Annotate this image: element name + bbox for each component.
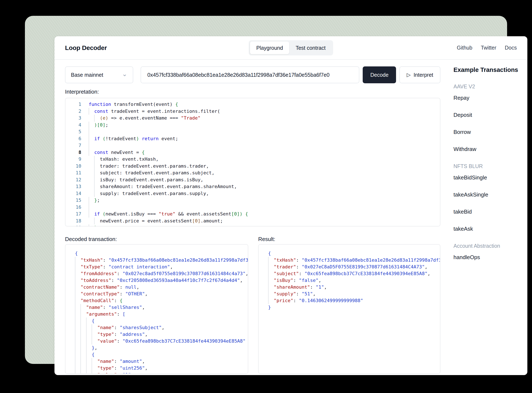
decoded-transaction-label: Decoded transaction: <box>65 236 248 242</box>
play-icon: ▷ <box>407 72 410 77</box>
indent-guide <box>86 318 86 324</box>
code-line: "contractName": null, <box>75 284 248 290</box>
tab-test-contract[interactable]: Test contract <box>289 42 332 54</box>
code-line: "arguments": [ <box>75 311 248 318</box>
code-line: { <box>75 318 248 324</box>
line-number: 12 <box>65 177 81 183</box>
code-line: "toAddress": "0xcf205808ed36593aa40a44f1… <box>75 277 248 284</box>
indent-guide <box>80 344 81 351</box>
code-line: }, <box>75 344 248 351</box>
main-column: Base mainnet ⌄ Decode ▷Interpret Interpr… <box>65 66 440 374</box>
code-line: { <box>268 250 440 257</box>
result-panel[interactable]: { "txHash": "0x457fcf338baf66a08ebc81ea1… <box>258 244 440 374</box>
code-line: 9 txHash: event.txHash, <box>65 156 440 163</box>
tab-playground[interactable]: Playground <box>250 42 289 54</box>
decoded-transaction-panel[interactable]: { "txHash": "0x457fcf338baf66a08ebc81ea1… <box>65 244 248 374</box>
sidebar-item-withdraw[interactable]: Withdraw <box>453 146 517 152</box>
code-line: "value": "0xc65fea898bcb37C7cE338184fe44… <box>75 338 248 344</box>
sidebar-item-borrow[interactable]: Borrow <box>453 129 517 135</box>
indent-guide <box>94 115 95 122</box>
line-number: 9 <box>65 156 81 163</box>
indent-guide <box>75 318 75 324</box>
indent-guide <box>89 224 89 226</box>
line-number: 15 <box>65 197 81 204</box>
indent-guide <box>80 311 81 318</box>
line-number: 19 <box>65 224 81 226</box>
indent-guide <box>89 149 89 156</box>
code-line: "type": "uint256", <box>75 365 248 372</box>
indent-guide <box>268 270 269 277</box>
indent-guide <box>94 218 95 225</box>
code-line: "name": "sellShares", <box>75 304 248 311</box>
content: Base mainnet ⌄ Decode ▷Interpret Interpr… <box>55 60 527 374</box>
decode-button[interactable]: Decode <box>363 66 396 83</box>
indent-guide <box>80 331 81 338</box>
indent-guide <box>80 358 81 365</box>
indent-guide <box>94 190 95 197</box>
indent-guide <box>80 338 81 344</box>
sidebar-item-repay[interactable]: Repay <box>453 95 517 101</box>
docs-link[interactable]: Docs <box>505 45 517 51</box>
indent-guide <box>75 284 75 290</box>
interpret-button[interactable]: ▷Interpret <box>399 66 440 83</box>
indent-guide <box>80 304 81 311</box>
code-line: "name": "sharesSubject", <box>75 324 248 331</box>
sidebar-item-takebidsingle[interactable]: takeBidSingle <box>453 174 517 181</box>
indent-guide <box>89 135 89 142</box>
code-line: 1function transformEvent(event) { <box>65 101 440 108</box>
indent-guide <box>75 358 75 365</box>
code-line: "txHash": "0x457fcf338baf66a08ebc81ea1e2… <box>75 257 248 264</box>
line-number: 2 <box>65 108 81 115</box>
indent-guide <box>86 365 86 372</box>
code-line: } <box>268 304 440 311</box>
sidebar-item-deposit[interactable]: Deposit <box>453 112 517 118</box>
example-transactions-sidebar: Example Transactions AAVE V2 Repay Depos… <box>453 66 517 374</box>
section-heading-nfts-blur: NFTS BLUR <box>453 163 517 169</box>
section-heading-aave-v2: AAVE V2 <box>453 83 517 90</box>
indent-guide <box>75 351 75 358</box>
code-line: 15 }; <box>65 197 440 204</box>
indent-guide <box>268 297 269 304</box>
indent-guide <box>75 365 75 372</box>
indent-guide <box>86 338 86 344</box>
network-select-value: Base mainnet <box>71 72 103 78</box>
sidebar-item-takebid[interactable]: takeBid <box>453 209 517 215</box>
code-line: 6 if (!tradeEvent) return event; <box>65 135 440 142</box>
sidebar-item-takeask[interactable]: takeAsk <box>453 226 517 232</box>
indent-guide <box>75 257 75 264</box>
indent-guide <box>80 372 81 374</box>
line-number: 3 <box>65 115 81 122</box>
code-line: "subject": "0xc65fea898bcb37C7cE338184fe… <box>268 270 440 277</box>
sidebar-item-takeasksingle[interactable]: takeAskSingle <box>453 192 517 198</box>
indent-guide <box>89 108 89 115</box>
chevron-down-icon: ⌄ <box>122 71 127 77</box>
line-number: 1 <box>65 101 81 108</box>
indent-guide <box>89 211 89 218</box>
mode-tabs: Playground Test contract <box>249 40 333 55</box>
interpretation-editor[interactable]: 1function transformEvent(event) {2 const… <box>65 98 440 226</box>
code-line: "shareAmount": "1", <box>268 284 440 290</box>
code-line: 11 subject: tradeEvent.event.params.subj… <box>65 170 440 177</box>
code-line: "contractType": "OTHER", <box>75 290 248 297</box>
indent-guide <box>75 324 75 331</box>
tx-hash-input[interactable] <box>141 66 359 83</box>
network-select[interactable]: Base mainnet ⌄ <box>65 66 133 83</box>
sidebar-item-handleops[interactable]: handleOps <box>453 254 517 260</box>
twitter-link[interactable]: Twitter <box>481 45 496 51</box>
indent-guide <box>92 365 92 372</box>
sidebar-title: Example Transactions <box>453 66 517 73</box>
line-number: 5 <box>65 128 81 135</box>
controls-row: Base mainnet ⌄ Decode ▷Interpret <box>65 66 440 83</box>
indent-guide <box>80 365 81 372</box>
indent-guide <box>268 264 269 270</box>
indent-guide <box>92 358 92 365</box>
code-line: 2 const tradeEvent = event.interactions.… <box>65 108 440 115</box>
code-line: 18 newEvent.price = event.assetsSent[0].… <box>65 218 440 225</box>
github-link[interactable]: Github <box>457 45 472 51</box>
indent-guide <box>89 204 89 211</box>
code-line: "trader": "0x027eC8aD5F0755E8199c370877d… <box>268 264 440 270</box>
indent-guide <box>94 183 95 190</box>
indent-guide <box>80 351 81 358</box>
line-number: 4 <box>65 122 81 129</box>
code-line: "type": "address", <box>75 331 248 338</box>
